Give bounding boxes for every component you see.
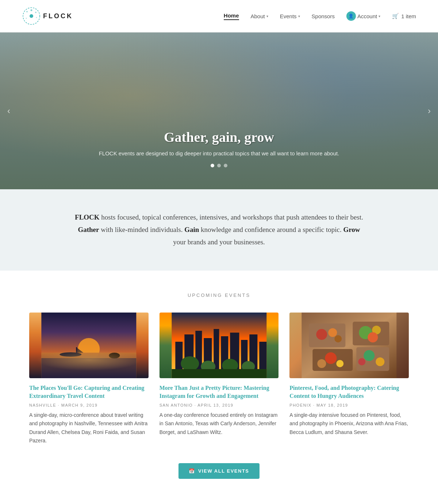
events-heading: UPCOMING EVENTS [29, 292, 409, 298]
intro-bold-gather: Gather [78, 226, 99, 233]
svg-point-26 [181, 356, 199, 371]
event-title-3[interactable]: Pinterest, Food, and Photography: Cateri… [289, 384, 409, 400]
svg-point-6 [26, 18, 27, 19]
intro-text-2: with like-minded individuals. [101, 226, 184, 233]
intro-bold-flock: FLOCK [75, 213, 100, 221]
svg-point-42 [325, 352, 337, 364]
event-location-2: SAN ANTONIO [160, 403, 193, 407]
svg-point-41 [368, 332, 378, 342]
intro-text: FLOCK hosts focused, topical conferences… [73, 211, 365, 249]
view-all-events-button[interactable]: 📅 VIEW ALL EVENTS [178, 463, 259, 479]
svg-point-2 [31, 9, 32, 11]
svg-point-37 [328, 328, 337, 337]
svg-point-43 [337, 360, 344, 367]
logo-icon [22, 7, 41, 26]
nav-link-cart[interactable]: 🛒 1 item [392, 13, 416, 19]
nav-item-cart[interactable]: 🛒 1 item [392, 13, 416, 19]
svg-point-5 [26, 11, 28, 12]
hero-dot-2[interactable] [217, 164, 221, 167]
hero-dot-3[interactable] [224, 164, 227, 167]
event-image-1 [29, 313, 149, 378]
svg-point-1 [30, 14, 33, 18]
logo[interactable]: FLOCK [22, 7, 73, 26]
hero-prev-button[interactable]: ‹ [7, 106, 10, 116]
nav-link-account[interactable]: 👤 Account ▾ [346, 11, 380, 21]
nav-link-home[interactable]: Home [224, 12, 239, 20]
hero-dot-1[interactable] [211, 164, 214, 167]
svg-point-47 [358, 358, 366, 365]
svg-point-45 [364, 350, 375, 361]
chevron-down-icon: ▾ [379, 14, 380, 18]
svg-point-38 [335, 335, 342, 342]
event-location-1: NASHVILLE [29, 403, 56, 407]
svg-point-3 [35, 12, 36, 13]
nav-item-sponsors[interactable]: Sponsors [312, 13, 335, 19]
event-date-2: APRIL 13, 2019 [197, 403, 233, 407]
nav-item-account[interactable]: 👤 Account ▾ [346, 11, 380, 21]
hero-heading: Gather, gain, grow [99, 129, 339, 145]
event-desc-3: A single-day intensive focused on Pinter… [289, 411, 409, 436]
nav-link-about[interactable]: About ▾ [251, 13, 268, 19]
event-title-1[interactable]: The Places You'll Go: Capturing and Crea… [29, 384, 149, 400]
event-thumbnail-travel [29, 313, 149, 378]
nav-link-sponsors[interactable]: Sponsors [312, 13, 335, 19]
event-desc-1: A single-day, micro-conference about tra… [29, 411, 149, 445]
event-date-1: MARCH 9, 2019 [61, 403, 98, 407]
event-image-3 [289, 313, 409, 378]
event-desc-2: A one-day conference focused entirely on… [160, 411, 279, 436]
chevron-down-icon: ▾ [298, 14, 300, 18]
event-meta-3: PHOENIX · MAY 18, 2019 [289, 403, 409, 407]
svg-point-4 [36, 17, 37, 18]
svg-rect-14 [41, 358, 136, 378]
intro-text-4: your brands and your businesses. [173, 238, 265, 246]
intro-text-3: knowledge and confidence around a specif… [201, 226, 343, 233]
events-section: UPCOMING EVENTS [0, 271, 438, 501]
event-meta-2: SAN ANTONIO · APRIL 13, 2019 [160, 403, 279, 407]
event-separator-3: · [313, 403, 316, 407]
chevron-down-icon: ▾ [266, 14, 268, 18]
hero-slide-indicators [99, 164, 339, 167]
cart-icon: 🛒 [392, 13, 399, 19]
nav-link-events[interactable]: Events ▾ [280, 13, 300, 19]
calendar-icon: 📅 [189, 468, 195, 474]
hero-section: ‹ Gather, gain, grow FLOCK events are de… [0, 32, 438, 189]
event-thumbnail-food [289, 313, 409, 378]
view-all-container: 📅 VIEW ALL EVENTS [29, 463, 409, 479]
brand-name: FLOCK [43, 12, 73, 20]
event-card-1: The Places You'll Go: Capturing and Crea… [29, 313, 149, 445]
account-avatar: 👤 [346, 11, 356, 21]
events-grid: The Places You'll Go: Capturing and Crea… [29, 313, 409, 445]
event-card-2: More Than Just a Pretty Picture: Masteri… [160, 313, 279, 445]
svg-point-46 [376, 357, 385, 366]
event-separator-1: · [58, 403, 61, 407]
event-meta-1: NASHVILLE · MARCH 9, 2019 [29, 403, 149, 407]
intro-bold-gain: Gain [184, 226, 199, 233]
event-image-2 [160, 313, 279, 378]
svg-rect-30 [172, 369, 266, 378]
svg-point-8 [78, 338, 100, 360]
event-location-3: PHOENIX [289, 403, 311, 407]
intro-text-1: hosts focused, topical conferences, inte… [101, 213, 363, 221]
event-separator-2: · [195, 403, 198, 407]
svg-point-10 [59, 352, 81, 357]
hero-subheading: FLOCK events are designed to dig deeper … [99, 150, 339, 156]
hero-content: Gather, gain, grow FLOCK events are desi… [99, 129, 339, 167]
hero-next-button[interactable]: › [428, 106, 431, 116]
nav-item-about[interactable]: About ▾ [251, 13, 268, 19]
event-thumbnail-city [160, 313, 279, 378]
nav-item-events[interactable]: Events ▾ [280, 13, 300, 19]
svg-rect-32 [309, 323, 346, 347]
svg-point-36 [316, 329, 327, 340]
event-title-2[interactable]: More Than Just a Pretty Picture: Masteri… [160, 384, 279, 400]
svg-point-44 [318, 359, 326, 368]
svg-point-13 [109, 353, 120, 358]
nav-links: Home About ▾ Events ▾ Sponsors 👤 Account [224, 11, 416, 21]
svg-rect-11 [76, 347, 77, 355]
main-nav: FLOCK Home About ▾ Events ▾ Sponsors [0, 0, 438, 32]
intro-bold-grow: Grow [343, 226, 360, 233]
nav-item-home[interactable]: Home [224, 12, 239, 20]
event-card-3: Pinterest, Food, and Photography: Cateri… [289, 313, 409, 445]
intro-section: FLOCK hosts focused, topical conferences… [0, 189, 438, 271]
event-date-3: MAY 18, 2019 [316, 403, 348, 407]
